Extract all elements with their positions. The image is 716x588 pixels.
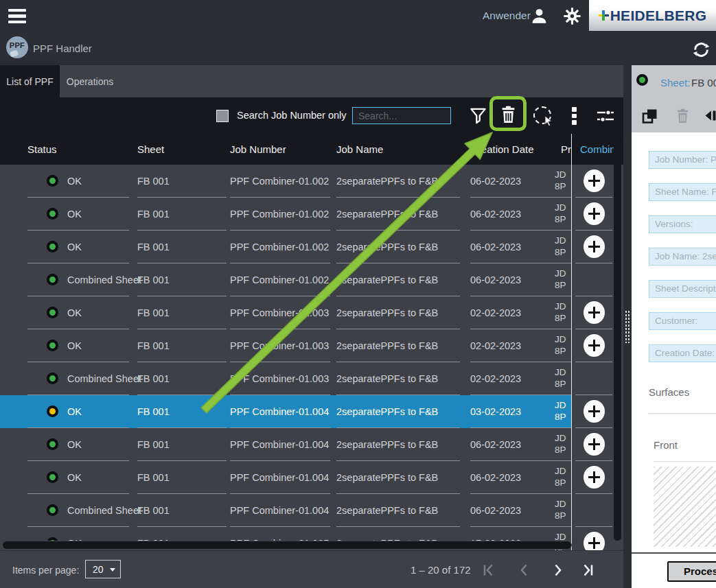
- combine-cell: [575, 461, 612, 494]
- table-row[interactable]: OKFB 001PPF Combiner-01.0022separatePPFs…: [0, 165, 623, 198]
- combine-add-button[interactable]: [584, 532, 605, 550]
- ppf-app-icon: PPF: [6, 36, 28, 58]
- table-row[interactable]: OKFB 001PPF Combiner-01.0032separatePPFs…: [0, 329, 623, 362]
- job-number-cell: PPF Combiner-01.002: [230, 198, 330, 231]
- status-label: OK: [67, 472, 82, 483]
- table-row[interactable]: Combined SheetFB 001PPF Combiner-01.0042…: [0, 494, 623, 527]
- press-line: JD: [555, 169, 571, 180]
- press-cell: JD8P: [555, 263, 571, 296]
- panel-field[interactable]: Job Number: PPF: [649, 151, 716, 169]
- table-row[interactable]: OKFB 001PPF Combiner-01.0042separatePPFs…: [0, 461, 623, 494]
- column-header-status[interactable]: Status: [27, 134, 57, 165]
- table-body: OKFB 001PPF Combiner-01.0022separatePPFs…: [0, 165, 623, 550]
- status-cell: OK: [27, 231, 129, 263]
- last-page-button[interactable]: [580, 563, 595, 578]
- vertical-scrollbar[interactable]: [614, 137, 621, 541]
- status-cell: OK: [27, 198, 129, 231]
- press-line: JD: [555, 333, 571, 345]
- items-per-page-value: 20: [93, 564, 104, 575]
- horizontal-scrollbar[interactable]: [2, 541, 572, 550]
- job-number-cell: PPF Combiner-01.003: [230, 329, 330, 362]
- column-settings-icon[interactable]: [597, 108, 614, 124]
- panel-field[interactable]: Customer:: [649, 312, 716, 330]
- more-options-icon[interactable]: [572, 107, 577, 127]
- first-page-button[interactable]: [481, 563, 496, 578]
- table-row[interactable]: OKFB 001PPF Combiner-01.0032separatePPFs…: [0, 296, 623, 329]
- status-cell: OK: [27, 428, 129, 461]
- table-row[interactable]: OKFB 001PPF Combiner-01.0022separatePPFs…: [0, 231, 623, 263]
- job-number-cell: PPF Combiner-01.002: [230, 165, 330, 198]
- process-button[interactable]: Process: [667, 561, 716, 582]
- panel-field[interactable]: Sheet Descriptio: [649, 280, 716, 298]
- table-row[interactable]: Combined SheetFB 001PPF Combiner-01.0032…: [0, 362, 623, 395]
- combine-add-button[interactable]: [584, 235, 605, 258]
- previous-page-button[interactable]: [517, 563, 532, 578]
- column-header-job-name[interactable]: Job Name: [336, 134, 383, 165]
- press-line: JD: [555, 366, 571, 378]
- panel-field[interactable]: Sheet Name: FB: [649, 183, 716, 201]
- combine-add-button[interactable]: [584, 301, 605, 324]
- tab-operations[interactable]: Operations: [60, 65, 120, 97]
- panel-field[interactable]: Job Name: 2sep: [649, 248, 716, 266]
- combine-add-button[interactable]: [584, 400, 605, 423]
- panel-field[interactable]: Versions:: [649, 215, 716, 233]
- refresh-icon[interactable]: [691, 40, 711, 60]
- status-cell: OK: [27, 395, 129, 428]
- tab-list-of-ppf[interactable]: List of PPF: [0, 65, 60, 97]
- status-label: OK: [67, 439, 82, 450]
- status-label: Combined Sheet: [67, 274, 141, 285]
- settings-gear-icon[interactable]: [563, 7, 581, 25]
- items-per-page-label: Items per page:: [12, 565, 79, 576]
- combine-add-button[interactable]: [584, 466, 605, 489]
- status-label: OK: [67, 340, 82, 351]
- table-row[interactable]: Combined SheetFB 001PPF Combiner-01.0022…: [0, 263, 623, 296]
- user-icon[interactable]: [530, 7, 548, 25]
- panel-field[interactable]: Creation Date: 0: [649, 344, 716, 362]
- combine-add-button[interactable]: [584, 334, 605, 357]
- items-per-page-select[interactable]: 20: [85, 560, 121, 578]
- panel-footer-divider: [632, 552, 716, 554]
- sheet-cell: FB 001: [137, 231, 227, 263]
- column-header-job-number[interactable]: Job Number: [230, 134, 286, 165]
- detail-panel: Sheet: FB 001 Job Number: PPF: [632, 65, 716, 588]
- delete-icon[interactable]: [500, 105, 517, 124]
- search-input[interactable]: [352, 107, 451, 124]
- status-dot-green: [47, 175, 58, 187]
- menu-icon[interactable]: [8, 9, 26, 23]
- table-row[interactable]: OKFB 001PPF Combiner-01.0022separatePPFs…: [0, 198, 623, 231]
- combine-cell: [575, 527, 612, 550]
- filter-icon[interactable]: [469, 106, 487, 126]
- combine-cell: [575, 362, 612, 395]
- column-header-creation-date[interactable]: Creation Date: [470, 134, 534, 165]
- page-title: PPF Handler: [33, 43, 92, 54]
- table-row[interactable]: OKFB 001PPF Combiner-01.0042separatePPFs…: [0, 428, 623, 461]
- press-line: 8P: [555, 279, 571, 291]
- next-page-button[interactable]: [550, 563, 565, 578]
- combine-add-button[interactable]: [584, 169, 605, 192]
- combine-add-button[interactable]: [584, 433, 605, 456]
- page-range-label: 1 – 20 of 172: [411, 564, 471, 576]
- front-divider: [654, 461, 716, 462]
- table-row[interactable]: OKFB 001PPF Combiner-01.0042separatePPFs…: [0, 395, 623, 428]
- status-label: OK: [67, 242, 82, 252]
- panel-splitter[interactable]: [623, 65, 632, 588]
- press-cell: JD8P: [555, 198, 571, 231]
- job-number-cell: PPF Combiner-01.004: [230, 395, 330, 428]
- sheet-cell: FB 001: [137, 395, 227, 428]
- combine-cell: [575, 296, 612, 329]
- job-number-cell: PPF Combiner-01.004: [230, 494, 330, 527]
- job-number-cell: PPF Combiner-01.004: [230, 461, 330, 494]
- combine-add-button[interactable]: [584, 202, 605, 225]
- user-name-label[interactable]: Anwender: [483, 10, 531, 22]
- combine-cell: [575, 165, 612, 198]
- column-header-press[interactable]: Pr: [561, 134, 571, 165]
- press-line: 8P: [555, 378, 571, 390]
- creation-date-cell: 06-02-2023: [470, 428, 558, 461]
- search-job-number-only-checkbox[interactable]: [216, 110, 229, 122]
- status-cell: OK: [27, 461, 129, 494]
- status-dot-green: [47, 274, 58, 285]
- press-line: JD: [555, 465, 571, 477]
- select-mode-icon[interactable]: [533, 106, 551, 124]
- column-header-sheet[interactable]: Sheet: [137, 134, 164, 165]
- splitter-grip[interactable]: [625, 310, 630, 343]
